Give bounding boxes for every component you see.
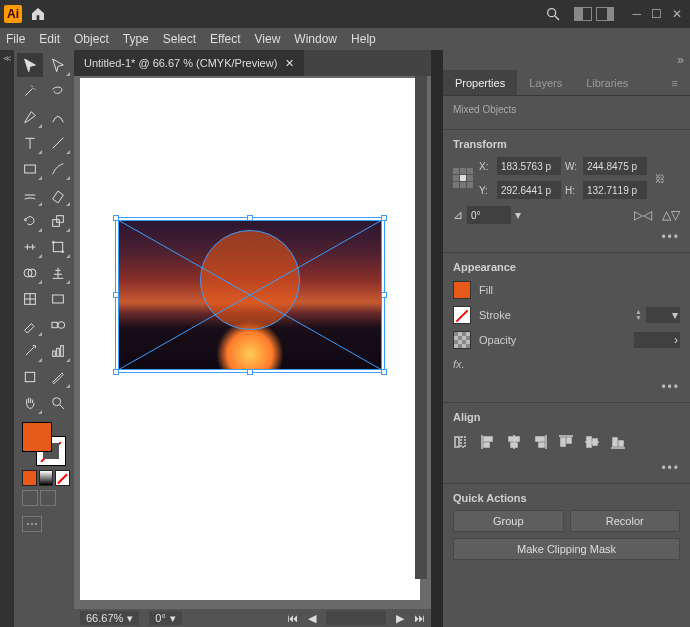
- w-field[interactable]: 244.8475 p: [583, 157, 647, 175]
- fx-button[interactable]: fx.: [453, 354, 680, 374]
- selection-tool[interactable]: [17, 53, 43, 77]
- zoom-tool[interactable]: [45, 391, 71, 415]
- y-field[interactable]: 292.6441 p: [497, 181, 561, 199]
- artboard-next-icon[interactable]: ▶: [396, 612, 404, 625]
- color-mode-swatch[interactable]: [22, 470, 37, 486]
- selection-group[interactable]: [118, 220, 382, 370]
- pen-tool[interactable]: [17, 105, 43, 129]
- shape-builder-tool[interactable]: [17, 261, 43, 285]
- reference-point-icon[interactable]: [453, 168, 473, 188]
- angle-dropdown-icon[interactable]: ▾: [515, 208, 521, 222]
- free-transform-tool[interactable]: [45, 235, 71, 259]
- more-appearance-icon[interactable]: •••: [453, 374, 680, 394]
- scale-tool[interactable]: [45, 209, 71, 233]
- edit-toolbar-icon[interactable]: ⋯: [22, 516, 42, 532]
- column-graph-tool[interactable]: [45, 339, 71, 363]
- align-hcenter-icon[interactable]: [505, 433, 523, 451]
- close-button[interactable]: ✕: [672, 7, 682, 21]
- mesh-tool[interactable]: [17, 287, 43, 311]
- eraser-tool[interactable]: [45, 183, 71, 207]
- type-tool[interactable]: [17, 131, 43, 155]
- opacity-field[interactable]: ›: [634, 332, 680, 348]
- zoom-field[interactable]: 66.67%▾: [80, 611, 139, 625]
- lasso-tool[interactable]: [45, 79, 71, 103]
- document-tab[interactable]: Untitled-1* @ 66.67 % (CMYK/Preview) ✕: [74, 50, 304, 76]
- symbol-sprayer-tool[interactable]: [17, 339, 43, 363]
- hand-tool[interactable]: [17, 391, 43, 415]
- maximize-button[interactable]: ☐: [651, 7, 662, 21]
- curvature-tool[interactable]: [45, 105, 71, 129]
- artboard-tool[interactable]: [17, 365, 43, 389]
- link-wh-icon[interactable]: ⛓: [651, 173, 669, 184]
- eyedropper-tool[interactable]: [17, 313, 43, 337]
- screen-mode-icon[interactable]: [22, 490, 38, 506]
- menu-effect[interactable]: Effect: [210, 32, 240, 46]
- align-right-icon[interactable]: [531, 433, 549, 451]
- gradient-tool[interactable]: [45, 287, 71, 311]
- rotate-view-field[interactable]: 0°▾: [149, 611, 182, 625]
- stroke-swatch[interactable]: [453, 306, 471, 324]
- home-icon[interactable]: [28, 4, 48, 24]
- artboard-prev-icon[interactable]: ◀: [308, 612, 316, 625]
- tab-properties[interactable]: Properties: [443, 70, 517, 95]
- search-icon[interactable]: [542, 3, 564, 25]
- slice-tool[interactable]: [45, 365, 71, 389]
- canvas[interactable]: [74, 76, 431, 609]
- draw-mode-icon[interactable]: [40, 490, 56, 506]
- stroke-stepper[interactable]: ▲▼: [635, 309, 642, 321]
- paintbrush-tool[interactable]: [45, 157, 71, 181]
- align-vcenter-icon[interactable]: [583, 433, 601, 451]
- panel-collapse-knob[interactable]: [431, 50, 443, 627]
- menu-select[interactable]: Select: [163, 32, 196, 46]
- group-button[interactable]: Group: [453, 510, 564, 532]
- align-bottom-icon[interactable]: [609, 433, 627, 451]
- perspective-grid-tool[interactable]: [45, 261, 71, 285]
- menu-type[interactable]: Type: [123, 32, 149, 46]
- workspace-switcher[interactable]: [574, 7, 614, 21]
- angle-field[interactable]: 0°: [467, 206, 511, 224]
- width-tool[interactable]: [17, 235, 43, 259]
- h-field[interactable]: 132.7119 p: [583, 181, 647, 199]
- none-mode-swatch[interactable]: [55, 470, 70, 486]
- flip-vertical-icon[interactable]: △▽: [662, 208, 680, 222]
- blend-tool[interactable]: [45, 313, 71, 337]
- more-transform-icon[interactable]: •••: [453, 224, 680, 244]
- shaper-tool[interactable]: [17, 183, 43, 207]
- close-tab-icon[interactable]: ✕: [285, 57, 294, 70]
- rectangle-tool[interactable]: [17, 157, 43, 181]
- recolor-button[interactable]: Recolor: [570, 510, 681, 532]
- align-top-icon[interactable]: [557, 433, 575, 451]
- artboard-nav-field[interactable]: [326, 611, 386, 625]
- align-to-icon[interactable]: [453, 433, 471, 451]
- minimize-button[interactable]: ─: [632, 7, 641, 21]
- more-align-icon[interactable]: •••: [453, 455, 680, 475]
- flip-horizontal-icon[interactable]: ▷◁: [634, 208, 652, 222]
- menu-edit[interactable]: Edit: [39, 32, 60, 46]
- tab-libraries[interactable]: Libraries: [574, 70, 640, 95]
- artboard-next-last-icon[interactable]: ⏭: [414, 612, 425, 624]
- menu-file[interactable]: File: [6, 32, 25, 46]
- menu-help[interactable]: Help: [351, 32, 376, 46]
- menu-object[interactable]: Object: [74, 32, 109, 46]
- stroke-weight-dropdown[interactable]: ▾: [646, 307, 680, 323]
- make-clipping-mask-button[interactable]: Make Clipping Mask: [453, 538, 680, 560]
- fill-swatch[interactable]: [453, 281, 471, 299]
- direct-selection-tool[interactable]: [45, 53, 71, 77]
- panel-collapse-icon[interactable]: »: [677, 53, 684, 67]
- fill-stroke-indicator[interactable]: [22, 422, 66, 466]
- artboard[interactable]: [80, 78, 420, 600]
- rotate-tool[interactable]: [17, 209, 43, 233]
- menu-window[interactable]: Window: [294, 32, 337, 46]
- opacity-swatch[interactable]: [453, 331, 471, 349]
- tab-layers[interactable]: Layers: [517, 70, 574, 95]
- x-field[interactable]: 183.5763 p: [497, 157, 561, 175]
- gradient-mode-swatch[interactable]: [39, 470, 54, 486]
- vertical-scrollbar[interactable]: [415, 76, 427, 579]
- artboard-prev-first-icon[interactable]: ⏮: [287, 612, 298, 624]
- magic-wand-tool[interactable]: [17, 79, 43, 103]
- menu-view[interactable]: View: [255, 32, 281, 46]
- panel-menu-icon[interactable]: ≡: [660, 70, 690, 95]
- line-tool[interactable]: [45, 131, 71, 155]
- tool-collapse-strip[interactable]: ≪: [0, 50, 14, 627]
- align-left-icon[interactable]: [479, 433, 497, 451]
